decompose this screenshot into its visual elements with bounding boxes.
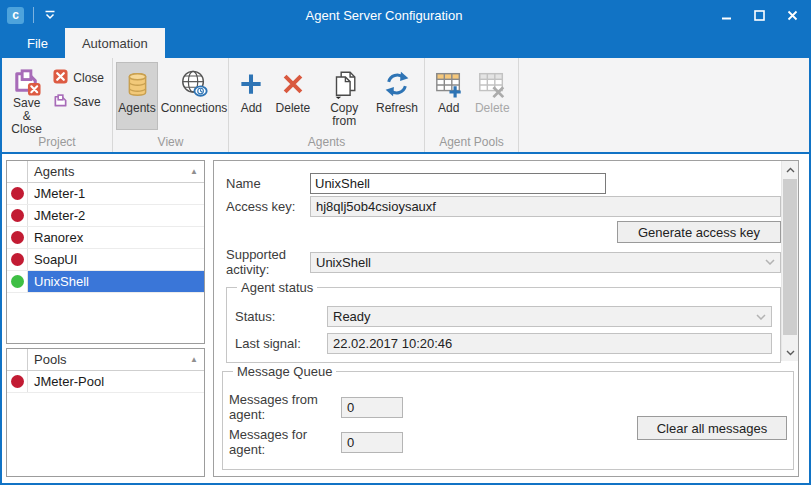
ribbon-group-agent-pools: Add Delete Agent Pools bbox=[425, 58, 519, 152]
app-icon-letter: c bbox=[12, 8, 19, 22]
agent-row-jmeter-2[interactable]: JMeter-2 bbox=[7, 205, 204, 227]
generate-access-key-button[interactable]: Generate access key bbox=[617, 221, 781, 243]
delete-x-icon bbox=[279, 66, 307, 102]
agent-row-soapui[interactable]: SoapUI bbox=[7, 249, 204, 271]
save-label: Save bbox=[73, 95, 100, 109]
agent-name[interactable]: JMeter-1 bbox=[28, 183, 204, 204]
clear-all-messages-button[interactable]: Clear all messages bbox=[637, 416, 787, 440]
chevron-down-icon bbox=[751, 308, 770, 325]
name-input[interactable] bbox=[310, 173, 606, 194]
status-dot-offline bbox=[11, 375, 24, 388]
status-column-header bbox=[7, 161, 28, 182]
last-signal-value: 22.02.2017 10:20:46 bbox=[333, 336, 452, 351]
scroll-down-icon bbox=[786, 350, 795, 356]
supported-activity-row: Supported activity: UnixShell bbox=[226, 247, 781, 277]
name-label: Name bbox=[226, 176, 310, 191]
agents-column-header[interactable]: Agents bbox=[28, 164, 190, 179]
status-row: Status: Ready bbox=[235, 306, 772, 327]
ribbon-group-agents: Add Delete bbox=[229, 58, 425, 152]
save-button[interactable]: Save bbox=[48, 90, 109, 114]
status-label: Status: bbox=[235, 309, 327, 324]
close-project-icon bbox=[53, 69, 68, 87]
titlebar: c Agent Server Configuration bbox=[2, 2, 809, 28]
tab-automation[interactable]: Automation bbox=[65, 28, 165, 58]
pool-row-jmeter-pool[interactable]: JMeter-Pool bbox=[7, 371, 204, 393]
maximize-button[interactable] bbox=[743, 2, 776, 28]
copy-from-button[interactable]: Copy from bbox=[315, 62, 373, 130]
agent-add-button[interactable]: Add bbox=[232, 62, 271, 130]
status-dot-offline bbox=[11, 209, 24, 222]
agent-row-ranorex[interactable]: Ranorex bbox=[7, 227, 204, 249]
ribbon-group-project: Save & Close Close Save bbox=[2, 58, 113, 152]
detail-scroll-region: Name Access key: hj8qlj5ob4csioysauxf Ge… bbox=[214, 161, 798, 361]
agent-name[interactable]: SoapUI bbox=[28, 249, 204, 270]
pool-delete-label: Delete bbox=[475, 102, 510, 115]
pools-list: Pools ▲ JMeter-Pool bbox=[6, 348, 205, 477]
pool-add-table-icon bbox=[434, 66, 464, 102]
view-agents-button[interactable]: Agents bbox=[116, 62, 158, 130]
status-dot-online bbox=[11, 275, 24, 288]
messages-from-label: Messages from agent: bbox=[229, 392, 341, 422]
refresh-button[interactable]: Refresh bbox=[373, 62, 421, 130]
sort-ascending-icon: ▲ bbox=[190, 167, 204, 176]
access-key-value: hj8qlj5ob4csioysauxf bbox=[316, 199, 436, 214]
ribbon-group-label-view: View bbox=[113, 134, 228, 152]
view-connections-button[interactable]: Connections bbox=[158, 62, 230, 130]
status-select[interactable]: Ready bbox=[327, 306, 772, 327]
agents-list: Agents ▲ JMeter-1 JMeter-2 Ranorex bbox=[6, 160, 205, 344]
last-signal-field: 22.02.2017 10:20:46 bbox=[327, 333, 772, 354]
messages-for-label: Messages for agent: bbox=[229, 427, 341, 457]
maximize-icon bbox=[754, 10, 765, 21]
name-row: Name bbox=[226, 173, 781, 194]
view-agents-label: Agents bbox=[118, 102, 155, 115]
agent-status-title: Agent status bbox=[237, 280, 317, 295]
message-queue-title: Message Queue bbox=[233, 364, 336, 379]
agent-row-jmeter-1[interactable]: JMeter-1 bbox=[7, 183, 204, 205]
minimize-button[interactable] bbox=[710, 2, 743, 28]
messages-for-value: 0 bbox=[347, 435, 354, 450]
ribbon-tabs: File Automation bbox=[2, 28, 809, 58]
sort-ascending-icon: ▲ bbox=[190, 355, 204, 364]
agent-detail-panel: Name Access key: hj8qlj5ob4csioysauxf Ge… bbox=[213, 160, 799, 477]
agent-name[interactable]: UnixShell bbox=[28, 271, 204, 292]
pool-delete-button: Delete bbox=[470, 62, 515, 130]
agents-list-header[interactable]: Agents ▲ bbox=[7, 161, 204, 183]
ribbon-group-label-agent-pools: Agent Pools bbox=[425, 134, 518, 152]
main-content: Agents ▲ JMeter-1 JMeter-2 Ranorex bbox=[2, 154, 809, 483]
scroll-up-button[interactable] bbox=[782, 161, 798, 178]
agent-delete-button[interactable]: Delete bbox=[271, 62, 316, 130]
supported-activity-select[interactable]: UnixShell bbox=[310, 252, 781, 273]
pools-column-header[interactable]: Pools bbox=[28, 352, 190, 367]
quick-access-chevron-icon[interactable] bbox=[42, 8, 58, 22]
agent-row-unixshell-selected[interactable]: UnixShell bbox=[7, 271, 204, 293]
save-and-close-label-line1: Save & bbox=[10, 97, 43, 123]
status-dot-offline bbox=[11, 187, 24, 200]
agent-form: Name Access key: hj8qlj5ob4csioysauxf Ge… bbox=[214, 161, 781, 361]
agent-name[interactable]: JMeter-2 bbox=[28, 205, 204, 226]
supported-activity-label: Supported activity: bbox=[226, 247, 310, 277]
messages-for-field: 0 bbox=[341, 432, 403, 453]
close-window-button[interactable] bbox=[776, 2, 809, 28]
access-key-field: hj8qlj5ob4csioysauxf bbox=[310, 196, 781, 217]
refresh-icon bbox=[383, 66, 411, 102]
status-dot-offline bbox=[11, 253, 24, 266]
agent-name[interactable]: Ranorex bbox=[28, 227, 204, 248]
pool-name[interactable]: JMeter-Pool bbox=[28, 371, 204, 392]
scrollbar-thumb[interactable] bbox=[783, 179, 797, 335]
agents-database-icon bbox=[123, 66, 152, 102]
agent-delete-label: Delete bbox=[276, 102, 311, 115]
close-project-button[interactable]: Close bbox=[48, 66, 109, 90]
copy-from-icon bbox=[329, 66, 359, 102]
messages-from-value: 0 bbox=[347, 400, 354, 415]
tab-file[interactable]: File bbox=[10, 28, 65, 58]
window-controls bbox=[710, 2, 809, 28]
app-window: c Agent Server Configuration File Automa… bbox=[0, 0, 811, 485]
vertical-scrollbar[interactable] bbox=[781, 161, 798, 361]
pool-add-button[interactable]: Add bbox=[428, 62, 470, 130]
supported-activity-value: UnixShell bbox=[316, 255, 371, 270]
pools-list-header[interactable]: Pools ▲ bbox=[7, 349, 204, 371]
scroll-down-button[interactable] bbox=[782, 344, 798, 361]
app-icon[interactable]: c bbox=[7, 7, 24, 24]
save-and-close-button[interactable]: Save & Close bbox=[5, 62, 48, 130]
save-and-close-icon bbox=[11, 66, 42, 97]
